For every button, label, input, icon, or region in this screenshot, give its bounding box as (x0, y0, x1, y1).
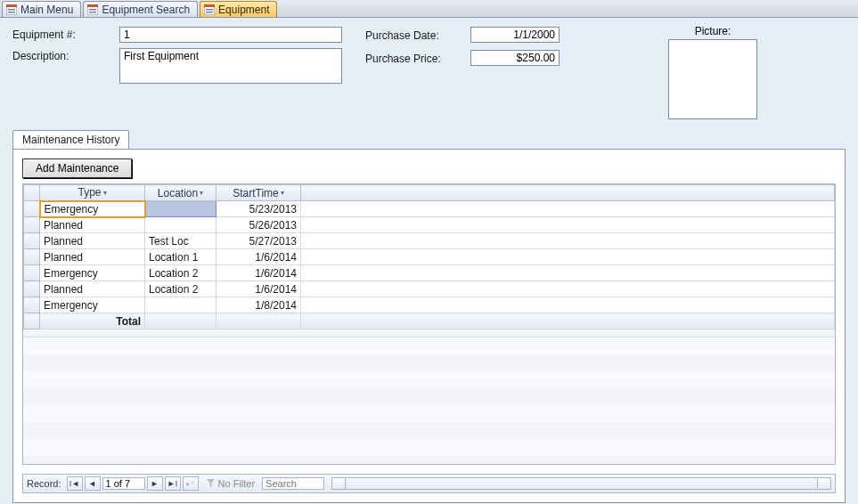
form-icon (204, 4, 215, 15)
cell-location[interactable]: Location 2 (145, 281, 217, 297)
purchase-price-input[interactable] (470, 50, 560, 66)
cell-blank (301, 201, 835, 217)
cell-type[interactable]: Planned (40, 249, 145, 265)
maintenance-history-panel: Add Maintenance Type▾ Location▾ StartTim… (12, 149, 846, 503)
total-label: Total (40, 313, 145, 329)
tab-main-menu[interactable]: Main Menu (2, 1, 81, 17)
add-maintenance-button[interactable]: Add Maintenance (22, 159, 132, 178)
equipment-form: Equipment #: Description: Purchase Date:… (0, 18, 858, 504)
equipment-number-label: Equipment #: (12, 27, 119, 41)
table-row[interactable]: Emergency1/8/2014 (24, 297, 835, 313)
record-navigator: Record: I◄ ◄ ► ►I ▸* No Filter (22, 474, 836, 493)
row-selector[interactable] (24, 297, 40, 313)
search-input[interactable] (262, 477, 324, 490)
column-header-type[interactable]: Type▾ (40, 185, 145, 201)
sort-icon: ▾ (200, 189, 203, 197)
tab-label: Equipment (218, 4, 269, 16)
filter-icon (206, 478, 216, 490)
cell-starttime[interactable]: 5/23/2013 (217, 201, 301, 217)
cell-type[interactable]: Planned (40, 281, 145, 297)
grid-empty-area (23, 337, 835, 464)
equipment-number-input[interactable] (119, 27, 342, 43)
record-label: Record: (27, 478, 61, 489)
nav-prev-button[interactable]: ◄ (85, 476, 101, 491)
document-tab-bar: Main Menu Equipment Search Equipment (0, 0, 858, 18)
picture-label: Picture: (668, 25, 757, 37)
svg-rect-1 (6, 4, 17, 7)
purchase-fields: Purchase Date: Purchase Price: (365, 27, 560, 73)
svg-rect-7 (89, 12, 96, 13)
cell-starttime[interactable]: 1/6/2014 (217, 265, 301, 281)
purchase-price-label: Purchase Price: (365, 51, 470, 65)
tab-equipment[interactable]: Equipment (200, 1, 277, 17)
cell-type[interactable]: Planned (40, 217, 145, 233)
cell-blank (301, 297, 835, 313)
nav-first-button[interactable]: I◄ (67, 476, 83, 491)
grid-header-row: Type▾ Location▾ StartTime▾ (24, 185, 835, 201)
table-row[interactable]: Emergency5/23/2013 (24, 201, 835, 217)
cell-location[interactable] (145, 297, 217, 313)
table-row[interactable]: Planned5/26/2013 (24, 217, 835, 233)
cell-type[interactable]: Planned (40, 233, 145, 249)
cell-starttime[interactable]: 5/27/2013 (217, 233, 301, 249)
row-selector[interactable] (24, 281, 40, 297)
svg-rect-11 (206, 12, 213, 13)
column-header-location[interactable]: Location▾ (145, 185, 217, 201)
cell-location[interactable]: Test Loc (145, 233, 217, 249)
tab-label: Main Menu (20, 4, 73, 16)
cell-blank (301, 249, 835, 265)
no-filter-indicator[interactable]: No Filter (206, 478, 256, 490)
picture-box[interactable] (668, 39, 757, 119)
cell-type[interactable]: Emergency (40, 297, 145, 313)
svg-rect-2 (8, 9, 15, 11)
cell-blank (301, 233, 835, 249)
row-selector[interactable] (24, 249, 40, 265)
tab-label: Equipment Search (102, 4, 190, 16)
cell-starttime[interactable]: 5/26/2013 (217, 217, 301, 233)
cell-location[interactable] (145, 201, 217, 217)
table-row[interactable]: EmergencyLocation 21/6/2014 (24, 265, 835, 281)
purchase-date-input[interactable] (470, 27, 560, 43)
cell-location[interactable] (145, 217, 217, 233)
purchase-date-label: Purchase Date: (365, 28, 470, 42)
cell-starttime[interactable]: 1/8/2014 (217, 297, 301, 313)
form-icon (87, 4, 98, 15)
picture-block: Picture: (668, 25, 757, 119)
nav-new-button[interactable]: ▸* (183, 476, 199, 491)
cell-blank (301, 265, 835, 281)
cell-starttime[interactable]: 1/6/2014 (217, 281, 301, 297)
cell-location[interactable]: Location 2 (145, 265, 217, 281)
sort-icon: ▾ (103, 189, 107, 197)
row-selector[interactable] (24, 217, 40, 233)
horizontal-scrollbar[interactable] (331, 477, 831, 490)
tab-maintenance-history[interactable]: Maintenance History (12, 130, 129, 149)
row-selector[interactable] (24, 265, 40, 281)
table-row[interactable]: PlannedLocation 21/6/2014 (24, 281, 835, 297)
svg-rect-5 (87, 4, 98, 7)
cell-type[interactable]: Emergency (40, 201, 145, 217)
nav-last-button[interactable]: ►I (165, 476, 181, 491)
svg-rect-6 (89, 9, 96, 11)
description-label: Description: (12, 48, 119, 62)
column-header-starttime[interactable]: StartTime▾ (217, 185, 301, 201)
record-position-input[interactable] (102, 477, 145, 490)
svg-rect-3 (8, 12, 15, 13)
cell-location[interactable]: Location 1 (145, 249, 217, 265)
description-input[interactable] (119, 48, 342, 84)
tab-equipment-search[interactable]: Equipment Search (83, 1, 198, 17)
cell-starttime[interactable]: 1/6/2014 (217, 249, 301, 265)
cell-blank (301, 281, 835, 297)
cell-type[interactable]: Emergency (40, 265, 145, 281)
cell-blank (301, 217, 835, 233)
column-header-blank (301, 185, 835, 201)
row-selector[interactable] (24, 233, 40, 249)
totals-row: Total (24, 313, 835, 329)
row-selector[interactable] (24, 201, 40, 217)
table-row[interactable]: PlannedLocation 11/6/2014 (24, 249, 835, 265)
form-icon (6, 4, 17, 15)
select-all-header[interactable] (24, 185, 40, 201)
svg-rect-10 (206, 9, 213, 11)
sort-icon: ▾ (281, 189, 284, 197)
nav-next-button[interactable]: ► (147, 476, 163, 491)
table-row[interactable]: PlannedTest Loc5/27/2013 (24, 233, 835, 249)
